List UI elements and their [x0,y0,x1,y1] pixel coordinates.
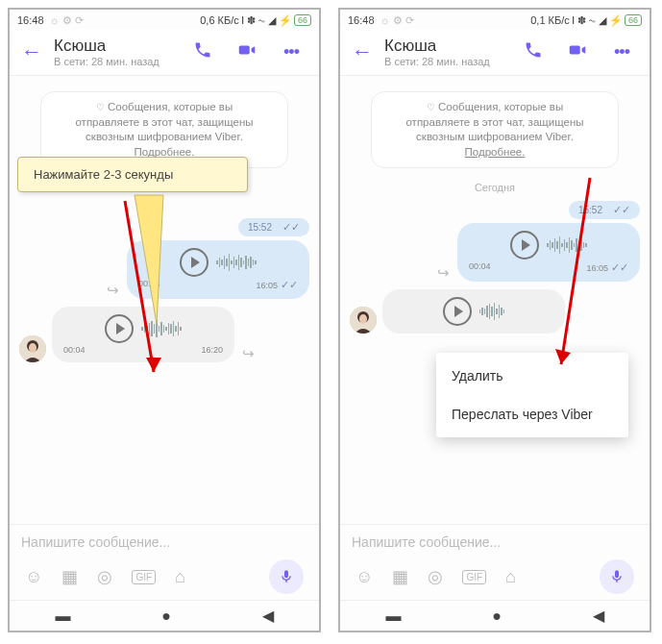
svg-point-10 [359,314,367,324]
msg-out-time[interactable]: 15:52✓✓ [238,218,309,236]
chat-title: Ксюша [54,37,175,56]
chat-header: ← Ксюша В сети: 28 мин. назад ••• [340,29,650,75]
chat-title: Ксюша [384,37,505,56]
waveform-icon [141,317,182,340]
status-bar: 16:48 ☼ ⚙ ⟳ 0,6 КБ/с ⵏ ✽ ⏦ ◢ ⚡ 66 [10,10,319,29]
svg-rect-7 [570,45,580,54]
nav-back-icon[interactable]: ◀ [593,607,604,625]
status-net: 0,1 КБ/с [530,14,570,26]
voice-msg-out[interactable]: 00:0416:05✓✓ [457,223,640,282]
encryption-more-link[interactable]: Подробнее. [465,146,526,158]
voice-msg-out[interactable]: 00:0416:05✓✓ [127,240,309,299]
camera-icon[interactable]: ◎ [97,566,112,587]
message-input[interactable]: Напишите сообщение... [352,534,638,550]
phone-right: 16:48 ☼ ⚙ ⟳ 0,1 КБ/с ⵏ ✽ ⏦ ◢ ⚡ 66 ← Ксюш… [338,8,651,632]
mic-button[interactable] [600,559,634,594]
svg-point-6 [29,343,37,353]
avatar[interactable] [19,335,46,362]
video-icon[interactable] [561,39,594,64]
sticker-icon[interactable]: ☺ [25,567,42,587]
message-input[interactable]: Напишите сообщение... [21,534,307,550]
nav-bar: ▬ ● ◀ [10,600,319,631]
instruction-callout: Нажимайте 2-3 секунды [17,157,248,192]
status-bar: 16:48 ☼ ⚙ ⟳ 0,1 КБ/с ⵏ ✽ ⏦ ◢ ⚡ 66 [340,10,650,29]
play-icon[interactable] [105,314,134,343]
chat-lastseen: В сети: 28 мин. назад [384,56,505,67]
phone-left: 16:48 ☼ ⚙ ⟳ 0,6 КБ/с ⵏ ✽ ⏦ ◢ ⚡ 66 ← Ксюш… [8,8,321,632]
nav-home-icon[interactable]: ● [492,607,502,625]
share-icon[interactable]: ↪ [107,282,119,299]
play-icon[interactable] [180,248,208,277]
encryption-more-link[interactable]: Подробнее. [135,146,195,158]
chat-header: ← Ксюша В сети: 28 мин. назад ••• [10,29,319,75]
video-icon[interactable] [231,39,263,64]
shield-icon: ♡ [96,102,105,112]
shop-icon[interactable]: ⌂ [505,567,516,587]
waveform-icon [216,251,257,274]
menu-forward[interactable]: Переслать через Viber [436,395,628,433]
back-icon[interactable]: ← [352,39,373,64]
gif-icon[interactable]: GIF [132,570,156,584]
play-icon[interactable] [443,297,472,326]
waveform-icon [547,234,587,257]
camera-icon[interactable]: ◎ [428,566,443,587]
gif-icon[interactable]: GIF [462,570,486,584]
share-icon[interactable]: ↪ [437,264,450,282]
sticker-icon[interactable]: ☺ [356,567,373,587]
context-menu: Удалить Переслать через Viber [436,353,628,437]
gallery-icon[interactable]: ▦ [61,566,78,587]
date-separator: Сегодня [350,182,640,193]
call-icon[interactable] [517,40,550,63]
share-icon[interactable]: ↪ [242,345,255,362]
avatar[interactable] [350,307,377,334]
voice-msg-in[interactable] [382,289,565,334]
svg-rect-0 [239,45,250,54]
voice-msg-in[interactable]: 00:0416:20 [52,307,234,362]
call-icon[interactable] [186,40,219,63]
menu-delete[interactable]: Удалить [436,357,628,395]
more-icon[interactable]: ••• [275,42,307,62]
msg-out-time[interactable]: 15:52✓✓ [569,201,640,219]
nav-recent-icon[interactable]: ▬ [385,607,401,625]
status-time: 16:48 [348,14,375,26]
shop-icon[interactable]: ⌂ [175,567,185,587]
nav-back-icon[interactable]: ◀ [262,607,274,625]
shield-icon: ♡ [427,102,435,112]
nav-home-icon[interactable]: ● [161,607,171,625]
status-time: 16:48 [17,14,44,26]
play-icon[interactable] [510,231,539,260]
back-icon[interactable]: ← [21,39,42,64]
mic-button[interactable] [269,559,304,594]
status-net: 0,6 КБ/с [200,14,239,26]
nav-recent-icon[interactable]: ▬ [55,607,70,625]
more-icon[interactable]: ••• [605,42,638,62]
waveform-icon [479,300,505,323]
nav-bar: ▬ ● ◀ [340,600,650,631]
encryption-notice: ♡ Сообщения, которые вы отправляете в эт… [371,91,619,168]
gallery-icon[interactable]: ▦ [392,566,408,587]
chat-lastseen: В сети: 28 мин. назад [54,56,175,67]
